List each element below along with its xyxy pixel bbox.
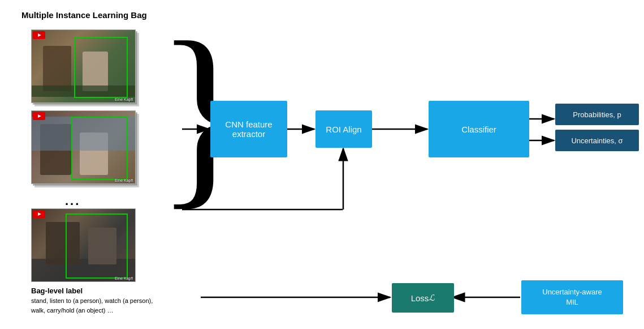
logo-badge-2: ▶ [33,112,45,120]
img-label-3: Eine Kapfl [115,276,133,280]
diagram-title: Multiple Instance Learning Bag [21,10,147,20]
mil-box: Uncertainty-awareMIL [521,280,623,314]
logo-badge-1: ▶ [33,31,45,39]
bag-label-text: stand, listen to (a person), watch (a pe… [31,296,153,315]
img-label-1: Eine Kapfl [115,97,133,101]
cnn-box: CNN feature extractor [210,101,287,157]
logo-badge-3: ▶ [33,210,45,218]
bag-label-title: Bag-level label [31,287,83,295]
ellipsis: ... [65,194,80,208]
roi-box: ROI Align [315,110,372,148]
loss-box: Loss ℒ [392,283,454,313]
probabilities-box: Probabilities, p [555,104,639,125]
classifier-box: Classifier [429,101,529,157]
img-label-2: Eine Kapfl [115,178,133,182]
uncertainties-box: Uncertainties, σ [555,130,639,151]
